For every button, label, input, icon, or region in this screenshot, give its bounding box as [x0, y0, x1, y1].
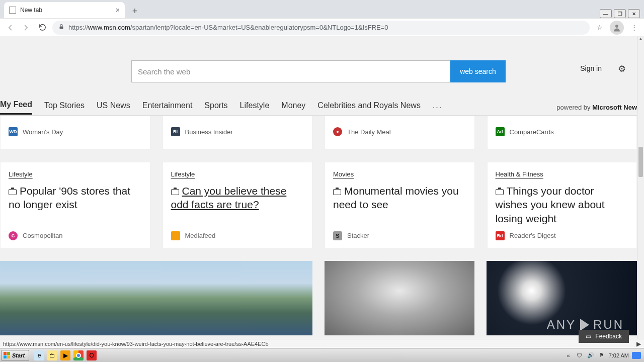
category-label[interactable]: Lifestyle [171, 170, 304, 178]
source-name: Mediafeed [185, 232, 216, 239]
media-player-icon[interactable]: ▶ [60, 350, 70, 360]
image-card-portrait[interactable] [325, 261, 475, 335]
article-headline[interactable]: Can you believe these odd facts are true… [171, 184, 304, 212]
camera-icon [496, 189, 504, 195]
hscroll-right-icon[interactable]: ▶ [636, 340, 641, 347]
search-input[interactable] [131, 60, 450, 82]
tab-close-icon[interactable]: × [116, 6, 120, 14]
ie-icon[interactable]: e [34, 350, 44, 360]
tab-title: New tab [20, 7, 42, 14]
settings-gear-icon[interactable]: ⚙ [618, 63, 626, 74]
camera-icon [333, 189, 341, 195]
tray-flag-icon[interactable]: ⚑ [598, 351, 606, 359]
source-badge-icon: BI [171, 127, 180, 136]
tray-expand-icon[interactable]: « [565, 351, 573, 359]
image-card-cityscape[interactable] [0, 261, 312, 335]
browser-tab[interactable]: New tab × [4, 2, 125, 18]
article-headline[interactable]: Monumental movies you need to see [333, 184, 466, 212]
source-name: CompareCards [510, 128, 554, 136]
camera-icon [171, 189, 179, 195]
category-label[interactable]: Health & Fitness [496, 170, 629, 178]
tab-strip: New tab × + — ❐ ✕ [0, 0, 644, 18]
feed-tab-us-news[interactable]: US News [97, 101, 130, 114]
maximize-button[interactable]: ❐ [614, 9, 626, 18]
source-card[interactable]: ●The Daily Meal [325, 116, 475, 150]
feed-tabs-more[interactable]: ··· [433, 103, 442, 112]
feedback-button[interactable]: ▭ Feedback [579, 330, 629, 343]
toolbar: https://www.msn.com/spartan/ientp?locale… [0, 18, 644, 36]
play-triangle-icon [580, 319, 589, 331]
tray-shield-icon[interactable]: 🛡 [576, 351, 584, 359]
feed-tab-sports[interactable]: Sports [204, 101, 227, 114]
article-headline[interactable]: Popular '90s stores that no longer exist [9, 184, 142, 212]
start-label: Start [12, 352, 25, 358]
category-label[interactable]: Lifestyle [9, 170, 142, 178]
article-card[interactable]: MoviesMonumental movies you need to seeS… [325, 162, 475, 249]
tray-clock[interactable]: 7:02 AM [609, 352, 629, 358]
feed-tab-top-stories[interactable]: Top Stories [44, 101, 85, 114]
feed-tab-celebrities-and-royals-news[interactable]: Celebrities and Royals News [317, 101, 421, 114]
source-badge-icon: ● [333, 127, 342, 136]
source-card[interactable]: WDWoman's Day [0, 116, 150, 150]
article-card[interactable]: LifestylePopular '90s stores that no lon… [0, 162, 150, 249]
status-url: https://www.msn.com/en-us/lifestyle/did-… [3, 341, 269, 347]
feedback-label: Feedback [595, 333, 622, 340]
source-badge-icon: C [9, 231, 18, 240]
reload-button[interactable] [36, 22, 48, 34]
scroll-up-icon[interactable]: ▲ [637, 36, 644, 43]
category-label[interactable]: Movies [333, 170, 466, 178]
source-card[interactable]: BIBusiness Insider [163, 116, 313, 150]
url-path: /spartan/ientp?locale=en-US&market=US&en… [130, 24, 388, 31]
source-badge-icon: Ad [496, 127, 505, 136]
article-card[interactable]: Health & FitnessThings your doctor wishe… [487, 162, 637, 249]
forward-button[interactable] [20, 22, 32, 34]
status-bar: https://www.msn.com/en-us/lifestyle/did-… [0, 339, 644, 348]
page-content: web search Sign in ⚙ My FeedTop StoriesU… [0, 36, 637, 348]
new-tab-button[interactable]: + [128, 4, 142, 18]
chrome-icon[interactable] [73, 350, 84, 360]
url-host: www.msn.com [88, 24, 130, 31]
camera-icon [9, 189, 17, 195]
kebab-menu-icon[interactable]: ⋮ [628, 24, 640, 31]
search-section: web search Sign in ⚙ [0, 36, 637, 92]
system-tray: « 🛡 🔊 ⚑ 7:02 AM [565, 351, 644, 359]
article-card[interactable]: LifestyleCan you believe these odd facts… [163, 162, 313, 249]
page-icon [9, 7, 16, 14]
signin-link[interactable]: Sign in [580, 64, 602, 72]
explorer-icon[interactable]: 🗀 [47, 350, 57, 360]
svg-rect-0 [60, 27, 63, 29]
source-name: Woman's Day [23, 128, 63, 136]
image-card-row [0, 261, 637, 335]
scroll-thumb[interactable] [638, 147, 643, 177]
source-name: Business Insider [185, 128, 233, 136]
vertical-scrollbar[interactable]: ▲ ▼ [637, 36, 644, 348]
feed-tab-money[interactable]: Money [281, 101, 305, 114]
address-bar[interactable]: https://www.msn.com/spartan/ientp?locale… [52, 21, 590, 35]
tray-volume-icon[interactable]: 🔊 [587, 351, 595, 359]
feed-tab-my-feed[interactable]: My Feed [0, 100, 32, 115]
source-card[interactable]: AdCompareCards [487, 116, 637, 150]
bookmark-star-icon[interactable]: ☆ [594, 24, 606, 31]
feed-tab-lifestyle[interactable]: Lifestyle [240, 101, 270, 114]
article-card-row: LifestylePopular '90s stores that no lon… [0, 162, 637, 249]
source-badge-icon: S [333, 231, 342, 240]
feed-tab-entertainment[interactable]: Entertainment [142, 101, 193, 114]
back-button[interactable] [4, 22, 16, 34]
source-name: Reader's Digest [510, 232, 556, 239]
quicklaunch: e 🗀 ▶ O [34, 350, 97, 360]
source-name: The Daily Meal [347, 128, 391, 136]
minimize-button[interactable]: — [600, 9, 612, 18]
lock-icon [58, 23, 64, 32]
close-window-button[interactable]: ✕ [628, 9, 640, 18]
tray-monitor-icon[interactable] [632, 352, 641, 359]
powered-by-label: powered by Microsoft New [556, 104, 637, 111]
start-button[interactable]: Start [1, 350, 29, 361]
browser-chrome: New tab × + — ❐ ✕ https://www.msn.com/sp… [0, 0, 644, 36]
web-search-button[interactable]: web search [450, 60, 506, 82]
source-badge-icon: WD [9, 127, 18, 136]
profile-avatar-icon[interactable] [610, 21, 624, 35]
svg-point-1 [615, 25, 618, 28]
article-headline[interactable]: Things your doctor wishes you knew about… [496, 184, 629, 225]
opera-icon[interactable]: O [87, 350, 97, 360]
feed-cards: WDWoman's DayBIBusiness Insider●The Dail… [0, 116, 637, 335]
